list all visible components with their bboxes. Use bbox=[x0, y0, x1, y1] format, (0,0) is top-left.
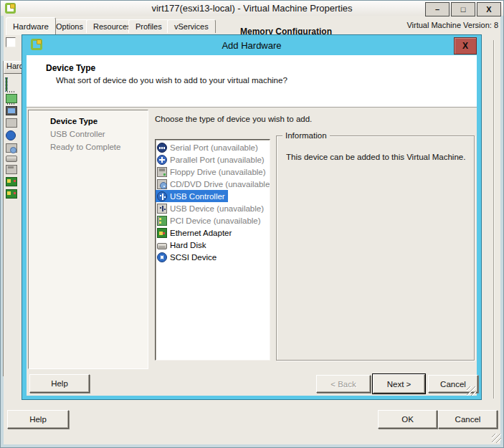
cpu-icon[interactable] bbox=[6, 94, 17, 103]
list-item-scsi-device[interactable]: SCSI Device bbox=[156, 251, 270, 263]
ok-button[interactable]: OK bbox=[378, 410, 437, 429]
step-device-type: Device Type bbox=[50, 115, 148, 128]
wizard-titlebar[interactable]: Add Hardware X bbox=[22, 35, 481, 55]
wizard-body: Device Type USB Controller Ready to Comp… bbox=[27, 108, 477, 396]
memory-icon bbox=[6, 77, 7, 91]
help-button[interactable]: Help bbox=[7, 410, 69, 429]
wizard-header: Device Type What sort of device do you w… bbox=[27, 55, 477, 108]
device-label: SCSI Device bbox=[170, 253, 217, 262]
step-ready-to-complete: Ready to Complete bbox=[50, 140, 148, 153]
vmci-device-icon[interactable] bbox=[6, 118, 17, 128]
device-label: Floppy Drive (unavailable) bbox=[170, 168, 266, 176]
parallel-port-icon bbox=[157, 155, 167, 165]
wizard-next-button[interactable]: Next > bbox=[373, 374, 425, 394]
panel-right-edge bbox=[493, 40, 494, 399]
cancel-button[interactable]: Cancel bbox=[438, 410, 498, 429]
tab-vservices[interactable]: vServices bbox=[167, 19, 216, 33]
wizard-close-button[interactable]: X bbox=[454, 37, 477, 54]
wizard-back-button: < Back bbox=[316, 375, 371, 393]
maximize-button[interactable]: □ bbox=[451, 2, 475, 16]
hardware-list-panel: Hardware bbox=[3, 61, 22, 376]
wizard-step-title: Device Type bbox=[46, 63, 95, 73]
cd-dvd-drive-icon bbox=[157, 179, 167, 189]
list-item-usb-controller[interactable]: USB Controller bbox=[156, 190, 228, 202]
tab-hardware[interactable]: Hardware bbox=[6, 17, 56, 35]
serial-port-icon bbox=[157, 143, 167, 153]
network-adapter-icon[interactable] bbox=[6, 189, 17, 199]
device-label: Parallel Port (unavailable) bbox=[170, 156, 265, 164]
device-label: PCI Device (unavailable) bbox=[170, 216, 261, 225]
window-resize-grip[interactable] bbox=[492, 434, 501, 443]
tab-profiles[interactable]: Profiles bbox=[128, 19, 169, 33]
device-label: USB Device (unavailable) bbox=[170, 204, 264, 213]
list-item-serial-port[interactable]: Serial Port (unavailable) bbox=[156, 141, 270, 153]
scsi-device-icon bbox=[157, 252, 167, 262]
device-label: USB Controller bbox=[170, 192, 225, 201]
device-label: CD/DVD Drive (unavailable) bbox=[170, 180, 270, 189]
minimize-button[interactable]: – bbox=[425, 2, 450, 16]
device-label: Ethernet Adapter bbox=[170, 229, 232, 237]
list-item-parallel-port[interactable]: Parallel Port (unavailable) bbox=[156, 153, 270, 166]
floppy-drive-icon bbox=[157, 167, 167, 177]
ethernet-adapter-icon bbox=[157, 228, 167, 238]
list-item-ethernet-adapter[interactable]: Ethernet Adapter bbox=[156, 227, 270, 239]
usb-controller-icon bbox=[157, 191, 167, 201]
wizard-steps-sidebar: Device Type USB Controller Ready to Comp… bbox=[28, 110, 148, 369]
hardware-column-header[interactable]: Hardware bbox=[4, 61, 22, 74]
information-label: Information bbox=[282, 131, 330, 140]
usb-device-icon bbox=[157, 204, 167, 214]
hard-disk-icon[interactable] bbox=[6, 156, 17, 162]
device-prompt: Choose the type of device you wish to ad… bbox=[155, 115, 312, 123]
information-text: This device can be added to this Virtual… bbox=[286, 153, 465, 161]
list-item-usb-device[interactable]: USB Device (unavailable) bbox=[156, 202, 270, 214]
information-groupbox: Information This device can be added to … bbox=[276, 135, 475, 361]
step-usb-controller: USB Controller bbox=[50, 128, 148, 140]
list-item-cd-dvd-drive[interactable]: CD/DVD Drive (unavailable) bbox=[156, 178, 270, 190]
wizard-resize-grip[interactable] bbox=[467, 386, 476, 396]
hardware-row-selected[interactable] bbox=[6, 78, 7, 91]
wizard-step-subtitle: What sort of device do you wish to add t… bbox=[56, 76, 287, 85]
list-item-floppy-drive[interactable]: Floppy Drive (unavailable) bbox=[156, 166, 270, 178]
pci-device-icon bbox=[157, 216, 167, 226]
list-item-pci-device[interactable]: PCI Device (unavailable) bbox=[156, 214, 270, 227]
list-item-hard-disk[interactable]: Hard Disk bbox=[156, 239, 270, 251]
wizard-help-button[interactable]: Help bbox=[29, 374, 90, 393]
cd-dvd-drive-icon[interactable] bbox=[6, 143, 17, 153]
window-titlebar[interactable]: virt177(esxi13-local) - Virtual Machine … bbox=[1, 1, 503, 16]
scsi-controller-icon[interactable] bbox=[6, 130, 16, 140]
floppy-drive-icon[interactable] bbox=[6, 165, 17, 174]
device-type-listbox: Serial Port (unavailable) Parallel Port … bbox=[155, 139, 270, 361]
device-label: Hard Disk bbox=[170, 241, 206, 249]
device-label: Serial Port (unavailable) bbox=[170, 143, 258, 152]
close-button[interactable]: X bbox=[477, 2, 501, 16]
show-all-devices-checkbox[interactable] bbox=[6, 37, 16, 47]
hard-disk-icon bbox=[157, 243, 167, 249]
network-adapter-icon[interactable] bbox=[6, 177, 17, 186]
wizard-title: Add Hardware bbox=[22, 40, 481, 51]
vm-version-label: Virtual Machine Version: 8 bbox=[406, 21, 498, 29]
vm-properties-window: virt177(esxi13-local) - Virtual Machine … bbox=[0, 0, 504, 448]
video-card-icon[interactable] bbox=[6, 106, 17, 115]
add-hardware-dialog: Add Hardware X Device Type What sort of … bbox=[22, 34, 482, 400]
